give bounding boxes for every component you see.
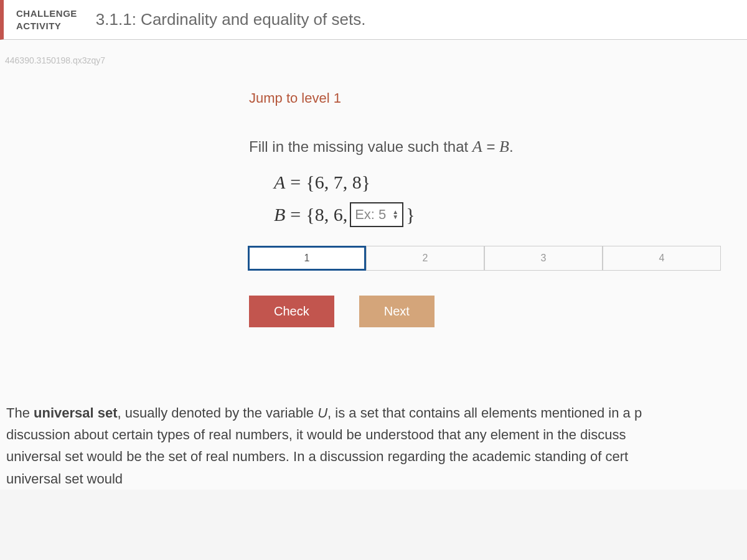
footer-mid: , usually denoted by the variable bbox=[118, 405, 318, 421]
content-area: Jump to level 1 Fill in the missing valu… bbox=[0, 65, 747, 346]
var-a: A bbox=[472, 138, 482, 156]
equals-sign: = bbox=[482, 138, 499, 155]
footer-var-u: U bbox=[317, 405, 327, 421]
step-3[interactable]: 3 bbox=[484, 246, 603, 271]
step-1[interactable]: 1 bbox=[248, 246, 366, 271]
step-2[interactable]: 2 bbox=[366, 246, 484, 271]
eq-b-equals: = bbox=[290, 204, 301, 225]
next-button[interactable]: Next bbox=[359, 296, 435, 327]
footer-paragraph: The universal set, usually denoted by th… bbox=[0, 402, 747, 490]
footer-line3: universal set would be the set of real n… bbox=[6, 449, 628, 464]
step-4[interactable]: 4 bbox=[603, 246, 721, 271]
prompt-prefix: Fill in the missing value such that bbox=[249, 138, 472, 155]
stepper-down-icon[interactable]: ▼ bbox=[392, 215, 398, 220]
label-line1: CHALLENGE bbox=[16, 7, 77, 20]
eq-b-var: B bbox=[274, 204, 285, 225]
footer-line4: universal set would bbox=[6, 471, 123, 487]
number-stepper[interactable]: ▲ ▼ bbox=[392, 210, 398, 220]
eq-b-open: {8, 6, bbox=[306, 204, 347, 225]
eq-b-close: } bbox=[406, 204, 415, 225]
footer-pre: The bbox=[6, 405, 34, 421]
check-button[interactable]: Check bbox=[249, 296, 334, 327]
footer-line2: discussion about certain types of real n… bbox=[6, 427, 626, 442]
eq-a-equals: = bbox=[290, 172, 301, 193]
var-b: B bbox=[499, 138, 509, 156]
progress-steps: 1 2 3 4 bbox=[248, 246, 747, 271]
activity-label: CHALLENGE ACTIVITY bbox=[16, 7, 77, 32]
activity-header: CHALLENGE ACTIVITY 3.1.1: Cardinality an… bbox=[0, 0, 747, 40]
watermark-text: 446390.3150198.qx3zqy7 bbox=[5, 55, 747, 65]
equation-a: A = {6, 7, 8} bbox=[274, 172, 747, 193]
footer-post: , is a set that contains all elements me… bbox=[327, 405, 642, 421]
jump-to-level-link[interactable]: Jump to level 1 bbox=[249, 90, 341, 106]
eq-a-set: {6, 7, 8} bbox=[306, 172, 370, 193]
footer-bold: universal set bbox=[34, 405, 118, 421]
period: . bbox=[509, 138, 514, 155]
equation-b: B = {8, 6, Ex: 5 ▲ ▼ } bbox=[274, 202, 747, 227]
eq-a-var: A bbox=[274, 172, 285, 193]
answer-input[interactable]: Ex: 5 ▲ ▼ bbox=[350, 202, 403, 227]
question-prompt: Fill in the missing value such that A = … bbox=[249, 138, 747, 156]
input-placeholder: Ex: 5 bbox=[355, 207, 386, 223]
label-line2: ACTIVITY bbox=[16, 20, 77, 32]
action-buttons: Check Next bbox=[249, 296, 747, 327]
activity-title: 3.1.1: Cardinality and equality of sets. bbox=[96, 10, 366, 29]
